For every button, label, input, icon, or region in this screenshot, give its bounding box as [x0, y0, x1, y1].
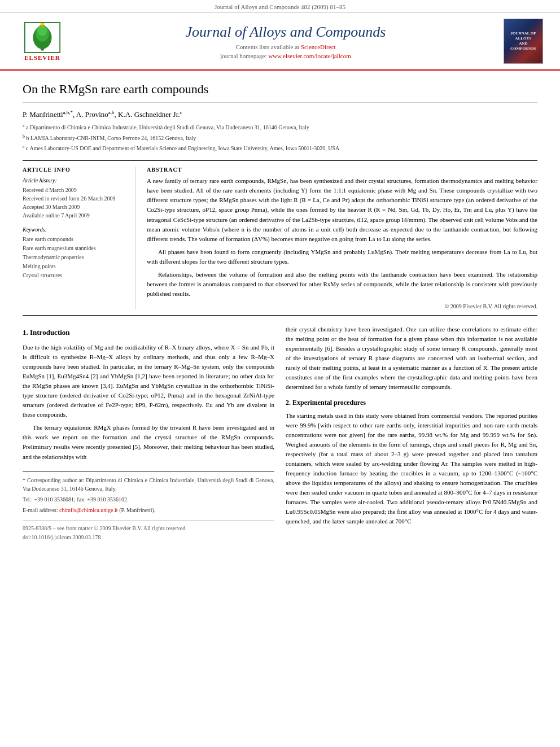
body-col-left: 1. Introduction Due to the high volatili…	[23, 325, 274, 542]
article-title: On the RMgSn rare earth compounds	[23, 82, 537, 103]
keywords-label: Keywords:	[23, 226, 126, 233]
footnote-star: * Corresponding author at: Dipartimento …	[23, 476, 274, 493]
footnote-tel: Tel.: +39 010 3536081; fax: +39 010 3536…	[23, 495, 274, 504]
footnote-name: (P. Manfrinetti).	[119, 507, 155, 513]
section1-text: Due to the high volatility of Mg and the…	[23, 343, 274, 462]
abstract-p3: Relationships, between the volume of for…	[147, 270, 537, 299]
footnote-area: * Corresponding author at: Dipartimento …	[23, 471, 274, 514]
section1-title: 1. Introduction	[23, 327, 274, 338]
cover-text: JOURNAL OF ALLOYS AND COMPOUNDS	[510, 31, 536, 51]
citation-text: Journal of Alloys and Compounds 482 (200…	[215, 3, 345, 10]
keywords-list: Rare earth compounds Rare earth magnesiu…	[23, 235, 126, 280]
journal-cover: JOURNAL OF ALLOYS AND COMPOUNDS	[504, 19, 543, 64]
journal-title: Journal of Alloys and Compounds	[73, 23, 498, 41]
sciencedirect-link[interactable]: ScienceDirect	[301, 43, 336, 50]
abstract-section: ABSTRACT A new family of ternary rare ea…	[147, 167, 537, 309]
author-manfrinetti: P. Manfrinetti	[23, 110, 63, 119]
keyword-5: Crystal structures	[23, 271, 126, 280]
journal-homepage: journal homepage: www.elsevier.com/locat…	[73, 53, 498, 59]
footnote-email: E-mail address: chimfis@chimica.unige.it…	[23, 506, 274, 514]
journal-header: ELSEVIER Journal of Alloys and Compounds…	[0, 13, 560, 71]
affiliation-c: c c Ames Laboratory-US DOE and Departmen…	[23, 143, 537, 152]
elsevier-logo-area: ELSEVIER	[11, 22, 73, 61]
homepage-label: journal homepage:	[220, 53, 266, 59]
section2-text: The starting metals used in this study w…	[286, 411, 537, 527]
received-date: Received 4 March 2009	[23, 186, 126, 194]
elsevier-label: ELSEVIER	[24, 54, 60, 61]
body-columns: 1. Introduction Due to the high volatili…	[23, 325, 537, 542]
available-online-date: Available online 7 April 2009	[23, 211, 126, 220]
copyright: © 2009 Elsevier B.V. All rights reserved…	[147, 303, 537, 309]
body-col-right: their crystal chemistry have been invest…	[286, 325, 537, 542]
affiliation-a: a a Dipartimento di Chimica e Chimica In…	[23, 123, 537, 132]
abstract-p1: A new family of ternary rare earth compo…	[147, 176, 537, 243]
journal-title-area: Journal of Alloys and Compounds Contents…	[73, 23, 498, 59]
author-provino: A. Provino	[76, 110, 108, 119]
section2-title: 2. Experimental procedures	[286, 397, 537, 408]
page-footer: 0925-8388/$ – see front matter © 2009 El…	[23, 520, 274, 542]
accepted-date: Accepted 30 March 2009	[23, 203, 126, 211]
authors: P. Manfrinettia,b,*, A. Provinoa,b, K.A.…	[23, 110, 537, 119]
article-history-label: Article history:	[23, 177, 126, 184]
section1-col2-text: their crystal chemistry have been invest…	[286, 325, 537, 392]
info-abstract-section: ARTICLE INFO Article history: Received 4…	[23, 160, 537, 316]
elsevier-logo: ELSEVIER	[11, 22, 73, 61]
footer-line2: doi:10.1016/j.jallcom.2009.03.178	[23, 533, 274, 542]
journal-subtitle: Contents lists available at ScienceDirec…	[73, 43, 498, 50]
author-gschneidner: K.A. Gschneidner Jr.	[118, 110, 180, 119]
footer-line1: 0925-8388/$ – see front matter © 2009 El…	[23, 524, 274, 533]
section1-col2-p1: their crystal chemistry have been invest…	[286, 325, 537, 392]
homepage-url[interactable]: www.elsevier.com/locate/jallcom	[268, 53, 351, 59]
keyword-3: Thermodynamic properties	[23, 253, 126, 262]
main-content: On the RMgSn rare earth compounds P. Man…	[0, 71, 560, 553]
section1-p1: Due to the high volatility of Mg and the…	[23, 343, 274, 420]
abstract-text: A new family of ternary rare earth compo…	[147, 176, 537, 299]
contents-label: Contents lists available at	[235, 43, 299, 50]
abstract-title: ABSTRACT	[147, 167, 537, 173]
abstract-p2: All phases have been found to form congr…	[147, 247, 537, 267]
journal-citation: Journal of Alloys and Compounds 482 (200…	[0, 0, 560, 13]
section1-p2: The ternary equiatomic RMgX phases forme…	[23, 423, 274, 461]
affiliations: a a Dipartimento di Chimica e Chimica In…	[23, 123, 537, 152]
article-info-title: ARTICLE INFO	[23, 167, 126, 173]
email-label: E-mail address:	[23, 507, 58, 513]
journal-cover-area: JOURNAL OF ALLOYS AND COMPOUNDS	[498, 19, 549, 64]
affiliation-b: b b LAMIA Laboratory-CNR-INFM, Corso Per…	[23, 133, 537, 142]
received-revised-date: Received in revised form 26 March 2009	[23, 194, 126, 203]
keyword-2: Rare earth magnesium stannides	[23, 244, 126, 253]
keyword-4: Melting points	[23, 262, 126, 271]
section2-p1: The starting metals used in this study w…	[286, 411, 537, 527]
article-info: ARTICLE INFO Article history: Received 4…	[23, 167, 135, 309]
email-link[interactable]: chimfis@chimica.unige.it	[59, 507, 118, 513]
svg-point-5	[40, 23, 44, 25]
keyword-1: Rare earth compounds	[23, 235, 126, 244]
elsevier-tree-icon	[23, 22, 62, 53]
